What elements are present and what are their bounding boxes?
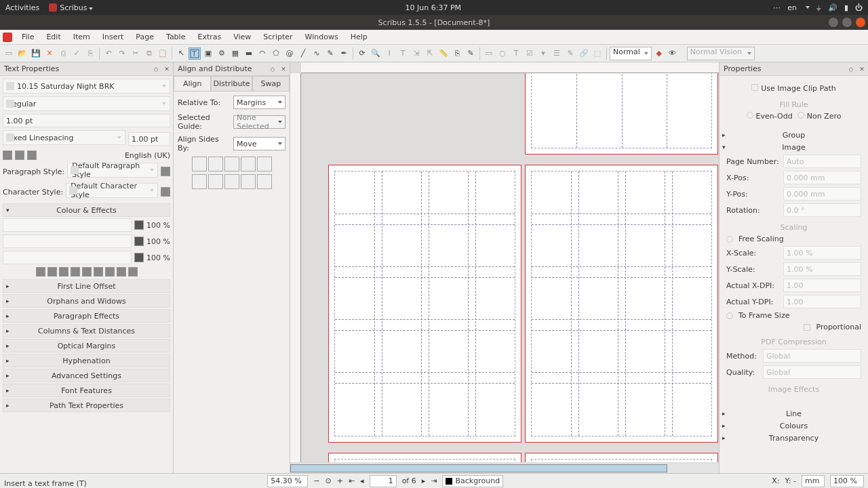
align-hjust-btn[interactable] bbox=[241, 157, 256, 171]
panel-float-icon[interactable]: ◇ bbox=[846, 64, 856, 74]
tool-cut[interactable]: ✂ bbox=[130, 47, 142, 60]
pdf-link[interactable]: 🔗 bbox=[578, 47, 590, 60]
tool-editcontents[interactable]: I bbox=[383, 47, 395, 60]
tool-calligraphy[interactable]: ✒ bbox=[338, 47, 350, 60]
tool-copy[interactable]: ⧉ bbox=[143, 47, 155, 60]
zoom-reset-icon[interactable]: ⊙ bbox=[325, 476, 331, 485]
align-left-btn[interactable] bbox=[192, 157, 207, 171]
tool-rotate[interactable]: ⟳ bbox=[356, 47, 368, 60]
tab-distribute[interactable]: Distribute bbox=[211, 76, 252, 91]
panel-float-icon[interactable]: ◇ bbox=[151, 64, 161, 74]
next-page-icon[interactable]: ▸ bbox=[422, 476, 426, 485]
pdf-annot[interactable]: ✎ bbox=[564, 47, 576, 60]
tool-arc[interactable]: ◠ bbox=[256, 47, 269, 60]
menu-insert[interactable]: Insert bbox=[97, 30, 130, 43]
tool-unlink[interactable]: ⇱ bbox=[424, 47, 436, 60]
tool-preflight[interactable]: ✓ bbox=[71, 47, 83, 60]
pdf-combo[interactable]: ▾ bbox=[537, 47, 549, 60]
tool-shape[interactable]: ▬ bbox=[243, 47, 255, 60]
panel-close-icon[interactable]: ✕ bbox=[162, 64, 172, 74]
align-vjust-btn[interactable] bbox=[241, 174, 256, 189]
page-field[interactable]: 1 bbox=[370, 475, 397, 487]
tab-swap[interactable]: Swap bbox=[252, 76, 290, 91]
display-mode-select[interactable]: Normal bbox=[610, 47, 652, 60]
first-page-icon[interactable]: ⇤ bbox=[349, 476, 355, 485]
preview-mode[interactable]: 👁 bbox=[667, 47, 679, 60]
align-top-btn[interactable] bbox=[192, 174, 207, 189]
section-line[interactable]: ▸Line bbox=[722, 407, 865, 420]
section-optical[interactable]: ▸Optical Margins bbox=[3, 339, 170, 352]
align-right-btn[interactable] bbox=[224, 157, 239, 171]
menu-view[interactable]: View bbox=[228, 30, 256, 43]
section-hyphenation[interactable]: ▸Hyphenation bbox=[3, 354, 170, 367]
section-colours[interactable]: ▸Colours bbox=[722, 420, 865, 432]
canvas-area[interactable] bbox=[290, 62, 719, 473]
align-hx-btn[interactable] bbox=[257, 157, 272, 171]
tool-open[interactable]: 📂 bbox=[16, 47, 28, 60]
section-group[interactable]: ▸Group bbox=[722, 129, 865, 141]
page-spread-3-right[interactable] bbox=[525, 453, 718, 462]
tool-textframe[interactable]: T bbox=[189, 47, 201, 60]
tool-line[interactable]: ╱ bbox=[297, 47, 309, 60]
menu-scripter[interactable]: Scripter bbox=[258, 30, 298, 43]
align-bottom-btn[interactable] bbox=[224, 174, 239, 189]
tool-zoom[interactable]: 🔍 bbox=[370, 47, 382, 60]
menu-table[interactable]: Table bbox=[161, 30, 191, 43]
tool-spiral[interactable]: @ bbox=[283, 47, 296, 60]
minimize-button[interactable] bbox=[829, 18, 838, 27]
tab-align[interactable]: Align bbox=[174, 76, 211, 91]
section-orphans[interactable]: ▸Orphans and Widows bbox=[3, 294, 170, 308]
align-sides-select[interactable]: Move bbox=[233, 137, 285, 150]
tool-close[interactable]: ✕ bbox=[43, 47, 56, 60]
tool-imageframe[interactable]: ▣ bbox=[202, 47, 214, 60]
layer-select[interactable]: Background bbox=[442, 475, 503, 487]
menu-help[interactable]: Help bbox=[345, 30, 373, 43]
tool-new[interactable]: ▭ bbox=[3, 47, 15, 60]
relative-to-select[interactable]: Margins bbox=[233, 96, 285, 109]
prev-page-icon[interactable]: ◂ bbox=[360, 476, 364, 485]
tool-undo[interactable]: ↶ bbox=[102, 47, 115, 60]
tool-print[interactable]: ⎙ bbox=[57, 47, 69, 60]
last-page-icon[interactable]: ⇥ bbox=[431, 476, 437, 485]
pdf-radio[interactable]: ○ bbox=[496, 47, 509, 60]
page-spread-1[interactable] bbox=[525, 73, 718, 155]
activities-button[interactable]: Activities bbox=[5, 3, 39, 12]
section-first-line[interactable]: ▸First Line Offset bbox=[3, 279, 170, 293]
tool-storyeditor[interactable]: T bbox=[397, 47, 409, 60]
tool-bezier[interactable]: ∿ bbox=[311, 47, 323, 60]
pdf-list[interactable]: ☰ bbox=[551, 47, 563, 60]
pdf-3d[interactable]: ⬚ bbox=[591, 47, 604, 60]
panel-float-icon[interactable]: ◇ bbox=[268, 64, 277, 74]
zoom-out-icon[interactable]: − bbox=[313, 476, 319, 485]
menu-page[interactable]: Page bbox=[130, 30, 159, 43]
align-hcenter-btn[interactable] bbox=[208, 157, 223, 171]
section-image[interactable]: ▾Image bbox=[722, 141, 865, 153]
section-path-text[interactable]: ▸Path Text Properties bbox=[3, 399, 170, 412]
section-columns[interactable]: ▸Columns & Text Distances bbox=[3, 324, 170, 338]
panel-close-icon[interactable]: ✕ bbox=[857, 64, 867, 74]
align-vcenter-btn[interactable] bbox=[208, 174, 223, 189]
section-font-features[interactable]: ▸Font Features bbox=[3, 384, 170, 397]
tool-select[interactable]: ↖ bbox=[175, 47, 187, 60]
system-tray[interactable]: ⋯ en ⏚ 🔊 ▮ ⏻ bbox=[773, 3, 863, 12]
zoom2-field[interactable]: 100 % bbox=[830, 475, 864, 487]
panel-close-icon[interactable]: ✕ bbox=[279, 64, 288, 74]
tool-freehand[interactable]: ✎ bbox=[324, 47, 336, 60]
section-colour-effects[interactable]: ▾Colour & Effects bbox=[3, 203, 170, 217]
tool-redo[interactable]: ↷ bbox=[116, 47, 128, 60]
pdf-check[interactable]: ☑ bbox=[524, 47, 536, 60]
tool-measure[interactable]: 📏 bbox=[437, 47, 450, 60]
zoom-in-icon[interactable]: + bbox=[337, 476, 343, 485]
section-transparency[interactable]: ▸Transparency bbox=[722, 432, 865, 444]
tool-save[interactable]: 💾 bbox=[30, 47, 42, 60]
align-vx-btn[interactable] bbox=[257, 174, 272, 189]
section-para-effects[interactable]: ▸Paragraph Effects bbox=[3, 309, 170, 323]
tool-eyedropper[interactable]: ✎ bbox=[465, 47, 477, 60]
page-spread-2-left[interactable] bbox=[328, 165, 521, 443]
unit-select[interactable]: mm bbox=[802, 475, 825, 487]
menu-item[interactable]: Item bbox=[68, 30, 96, 43]
menu-extras[interactable]: Extras bbox=[192, 30, 226, 43]
toggle-cms[interactable]: ◆ bbox=[653, 47, 665, 60]
page-spread-3-left[interactable] bbox=[328, 453, 521, 462]
clock[interactable]: 10 Jun 6:37 PM bbox=[104, 3, 762, 12]
